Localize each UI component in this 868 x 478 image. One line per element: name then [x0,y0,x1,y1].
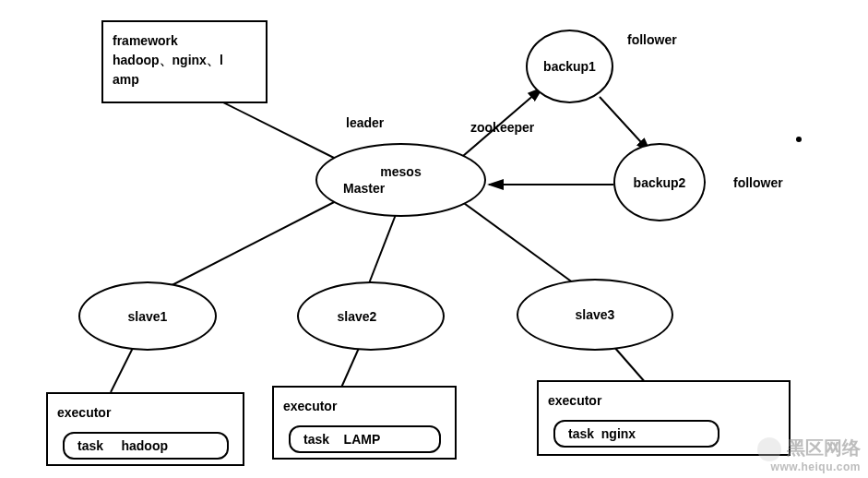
slave1-node: slave1 [78,281,217,351]
svg-line-4 [111,346,134,392]
follower1-label: follower [627,32,677,47]
executor3-box: executor task nginx [537,380,791,456]
svg-line-0 [212,97,341,161]
slave1-label: slave1 [128,309,168,324]
executor1-box: executor task hadoop [46,392,244,466]
framework-box: framework hadoop、nginx、l amp [101,20,268,103]
executor1-title: executor [57,403,233,423]
svg-line-8 [600,97,650,152]
svg-line-6 [613,346,646,383]
executor3-title: executor [548,391,779,411]
backup1-label: backup1 [543,59,596,74]
executor1-task: task hadoop [63,432,229,460]
master-line2: Master [343,180,385,197]
slave2-node: slave2 [297,281,445,351]
framework-line3: amp [113,70,256,90]
backup2-node: backup2 [613,143,706,221]
mesos-master-node: mesos Master [315,143,486,217]
executor2-title: executor [283,397,446,416]
watermark-sub: www.heiqu.com [757,461,861,472]
framework-line2: hadoop、nginx、l [113,51,256,70]
backup1-node: backup1 [526,30,613,103]
leader-label: leader [346,115,384,130]
svg-line-1 [152,198,341,295]
follower2-label: follower [733,175,783,190]
zookeeper-label: zookeeper [470,120,534,135]
watermark-text: 黑区网络 [787,437,861,458]
slave2-label: slave2 [338,309,377,324]
executor2-box: executor task LAMP [272,386,457,460]
slave3-node: slave3 [517,279,673,351]
decorative-dot [796,137,802,142]
slave3-label: slave3 [576,307,615,322]
executor3-task: task nginx [553,420,719,448]
master-line1: mesos [380,163,421,180]
framework-line1: framework [113,31,256,51]
svg-line-5 [341,346,360,388]
executor2-task: task LAMP [289,425,441,453]
backup2-label: backup2 [634,175,686,190]
